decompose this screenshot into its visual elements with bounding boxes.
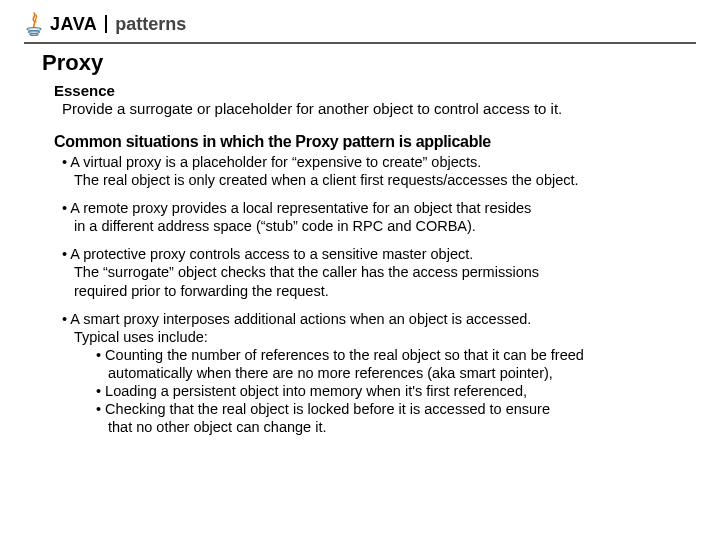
essence-body: Provide a surrogate or placeholder for a… [62, 100, 696, 119]
essence-heading: Essence [54, 82, 696, 99]
situations-heading: Common situations in which the Proxy pat… [54, 133, 696, 151]
sub-item-text: • Loading a persistent object into memor… [96, 382, 696, 400]
bullet-text: The “surrogate” object checks that the c… [62, 263, 696, 281]
bullet-text: • A virtual proxy is a placeholder for “… [62, 153, 696, 171]
bullet-text: • A remote proxy provides a local repres… [62, 199, 696, 217]
header: JAVA patterns [24, 12, 696, 44]
svg-point-2 [30, 34, 38, 36]
list-item: • A remote proxy provides a local repres… [62, 199, 696, 235]
list-item: • A smart proxy interposes additional ac… [62, 310, 696, 437]
bullet-text: required prior to forwarding the request… [62, 282, 696, 300]
list-item: • A virtual proxy is a placeholder for “… [62, 153, 696, 189]
divider [105, 15, 107, 33]
list-item: • A protective proxy controls access to … [62, 245, 696, 299]
bullet-text: The real object is only created when a c… [62, 171, 696, 189]
sub-list: • Counting the number of references to t… [96, 346, 696, 437]
sub-item-text: • Counting the number of references to t… [96, 346, 696, 364]
bullet-text: • A protective proxy controls access to … [62, 245, 696, 263]
java-logo-icon [24, 12, 44, 36]
svg-point-0 [27, 28, 41, 31]
patterns-label: patterns [115, 14, 186, 35]
bullet-text: • A smart proxy interposes additional ac… [62, 310, 696, 328]
sub-item-text: automatically when there are no more ref… [96, 364, 696, 382]
sub-item-text: that no other object can change it. [96, 418, 696, 436]
page-title: Proxy [42, 50, 696, 76]
java-label: JAVA [50, 14, 97, 35]
sub-item-text: • Checking that the real object is locke… [96, 400, 696, 418]
bullet-text: in a different address space (“stub” cod… [62, 217, 696, 235]
bullet-text: Typical uses include: [62, 328, 696, 346]
situations-list: • A virtual proxy is a placeholder for “… [62, 153, 696, 437]
